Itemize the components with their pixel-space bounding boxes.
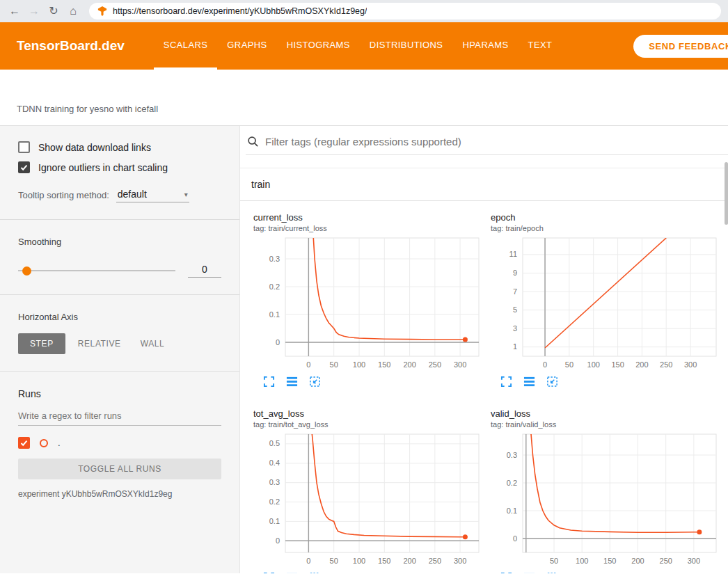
url-text: https://tensorboard.dev/experiment/yKUbh… [113,6,367,16]
filter-tags-input[interactable]: Filter tags (regular expressions support… [265,136,461,148]
full-width-icon[interactable] [523,376,535,388]
chart-tot-avg-loss-plot[interactable]: 00.10.20.30.40.5050100150200250300 [253,431,483,569]
nav-tabs: SCALARS GRAPHS HISTOGRAMS DISTRIBUTIONS … [154,22,562,70]
tooltip-sorting-row: Tooltip sorting method: default ▾ [18,189,221,202]
forward-icon[interactable]: → [26,6,42,17]
chart-tag: tag: train/epoch [491,224,724,232]
chart-toolbar [253,376,486,388]
svg-text:3: 3 [513,324,517,333]
svg-text:0.1: 0.1 [269,517,280,525]
back-icon[interactable]: ← [7,6,22,17]
svg-text:50: 50 [550,557,558,565]
chart-epoch-plot[interactable]: 1357911050100150200250300 [491,235,720,373]
chart-card-valid-loss: valid_loss tag: train/valid_loss 00.10.2… [491,408,724,573]
reload-icon[interactable]: ↻ [46,6,61,17]
full-width-icon[interactable] [286,376,298,388]
chart-toolbar [491,572,724,573]
tag-group-header[interactable]: train [240,168,728,201]
step-button[interactable]: STEP [18,333,65,354]
svg-text:50: 50 [330,557,338,565]
filter-tags-row[interactable]: Filter tags (regular expressions support… [246,136,728,155]
send-feedback-button[interactable]: SEND FEEDBACK [633,35,728,58]
tab-distributions[interactable]: DISTRIBUTIONS [360,22,453,70]
run-name[interactable]: . [58,438,61,448]
svg-text:11: 11 [509,250,517,258]
svg-text:0.3: 0.3 [269,478,280,486]
svg-text:150: 150 [378,360,390,369]
fit-domain-icon[interactable] [309,572,321,573]
svg-text:100: 100 [353,557,365,565]
tab-hparams[interactable]: HPARAMS [452,22,518,70]
svg-text:0.2: 0.2 [269,282,280,291]
sidebar-divider [0,219,239,220]
svg-text:150: 150 [603,557,616,565]
svg-text:0: 0 [543,360,547,369]
runs-filter-input[interactable]: Write a regex to filter runs [18,410,221,426]
experiment-id-text: experiment yKUbhb5wRmOSXYkId1z9eg [18,489,221,499]
fit-domain-icon[interactable] [546,572,558,573]
svg-text:150: 150 [378,557,390,565]
brand-logo[interactable]: TensorBoard.dev [0,38,125,54]
run-checkbox[interactable] [18,437,30,449]
sidebar-divider [0,371,239,372]
chart-current-loss-plot[interactable]: 00.10.20.3050100150200250300 [253,235,483,373]
chart-title: valid_loss [491,408,724,419]
tooltip-sorting-dropdown[interactable]: default ▾ [116,189,189,202]
show-download-checkbox[interactable] [18,141,30,153]
chart-valid-loss-plot[interactable]: 00.10.20.350100150200250300 [491,431,720,569]
tab-scalars[interactable]: SCALARS [154,22,218,70]
smoothing-slider-thumb[interactable] [22,266,31,276]
smoothing-value-input[interactable]: 0 [188,264,221,278]
svg-text:50: 50 [330,360,338,369]
relative-button[interactable]: RELATIVE [71,333,128,354]
url-bar[interactable]: https://tensorboard.dev/experiment/yKUbh… [89,3,721,19]
full-width-icon[interactable] [286,572,298,573]
svg-text:250: 250 [429,360,441,369]
chevron-down-icon: ▾ [184,191,188,198]
chart-card-tot-avg-loss: tot_avg_loss tag: train/tot_avg_loss 00.… [253,408,486,573]
charts-grid: current_loss tag: train/current_loss 00.… [240,201,728,573]
fit-domain-icon[interactable] [546,376,558,388]
tab-text[interactable]: TEXT [519,22,562,70]
svg-text:5: 5 [513,305,517,314]
scrollbar-thumb[interactable] [725,162,728,225]
chart-card-current-loss: current_loss tag: train/current_loss 00.… [253,212,486,388]
expand-chart-icon[interactable] [500,376,512,388]
smoothing-slider[interactable] [18,270,175,271]
show-download-label: Show data download links [38,142,151,153]
svg-text:250: 250 [429,557,441,565]
full-width-icon[interactable] [523,572,535,573]
svg-text:250: 250 [660,557,672,565]
svg-text:100: 100 [587,360,600,369]
expand-chart-icon[interactable] [500,572,512,573]
tab-histograms[interactable]: HISTOGRAMS [277,22,360,70]
svg-text:0.2: 0.2 [507,479,517,487]
ignore-outliers-checkbox[interactable] [18,161,30,173]
chart-card-epoch: epoch tag: train/epoch 13579110501001502… [491,212,724,388]
tab-graphs[interactable]: GRAPHS [217,22,276,70]
svg-text:0.2: 0.2 [269,497,280,506]
chart-tag: tag: train/current_loss [253,224,486,232]
horizontal-axis-label: Horizontal Axis [18,312,221,322]
wall-button[interactable]: WALL [134,333,172,354]
svg-text:200: 200 [403,557,416,565]
fit-domain-icon[interactable] [309,376,321,388]
browser-toolbar: ← → ↻ ⌂ https://tensorboard.dev/experime… [0,0,728,22]
toggle-all-runs-button[interactable]: TOGGLE ALL RUNS [18,459,221,479]
svg-text:0.3: 0.3 [507,451,517,459]
chart-title: current_loss [253,212,486,223]
home-icon[interactable]: ⌂ [65,6,81,17]
expand-chart-icon[interactable] [263,376,275,388]
search-icon [247,136,259,148]
svg-text:300: 300 [688,557,700,565]
svg-text:7: 7 [513,287,517,296]
svg-text:0.4: 0.4 [269,459,280,467]
svg-text:1: 1 [513,342,517,351]
svg-text:0.3: 0.3 [269,255,280,263]
show-download-row: Show data download links [18,141,221,153]
tooltip-sorting-label: Tooltip sorting method: [18,190,109,202]
runs-label: Runs [18,388,221,399]
ignore-outliers-row: Ignore outliers in chart scaling [18,161,221,173]
chart-tag: tag: train/tot_avg_loss [253,420,486,429]
expand-chart-icon[interactable] [263,572,275,573]
